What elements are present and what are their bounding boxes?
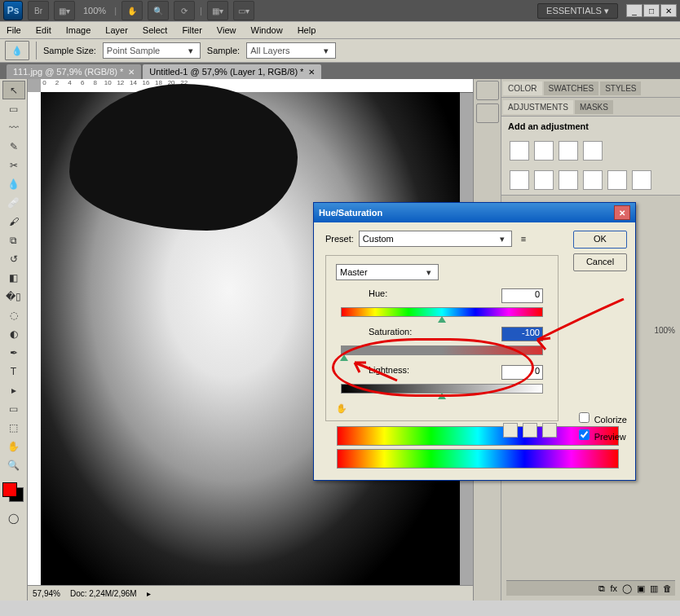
document-tab[interactable]: Untitled-1 @ 57,9% (Layer 1, RGB/8) * ✕: [143, 64, 321, 79]
photo-filter-icon[interactable]: [607, 170, 627, 190]
lasso-tool[interactable]: 〰: [2, 118, 25, 137]
panel-tab-adjustments[interactable]: ADJUSTMENTS: [503, 100, 573, 114]
arrange-documents-button[interactable]: ▦▾: [207, 1, 228, 20]
hand-tool-button[interactable]: ✋: [121, 1, 143, 20]
current-tool-icon[interactable]: 💧: [5, 41, 29, 60]
hand-tool[interactable]: ✋: [2, 437, 25, 455]
panel-tab-masks[interactable]: MASKS: [575, 100, 613, 114]
ok-button[interactable]: OK: [573, 231, 627, 249]
menu-image[interactable]: Image: [66, 25, 91, 35]
menu-window[interactable]: Window: [251, 25, 283, 35]
status-menu-arrow[interactable]: ▸: [147, 589, 151, 598]
panel-tab-styles[interactable]: STYLES: [600, 81, 641, 95]
eraser-tool[interactable]: ◧: [2, 268, 25, 287]
blur-tool[interactable]: ◌: [2, 306, 25, 324]
slider-thumb[interactable]: [438, 393, 446, 399]
exposure-icon[interactable]: [583, 141, 603, 161]
history-brush-tool[interactable]: ↺: [2, 249, 25, 268]
menu-help[interactable]: Help: [298, 25, 316, 35]
collapsed-panel-button[interactable]: [476, 81, 499, 100]
brush-tool[interactable]: 🖌: [2, 212, 25, 231]
slider-thumb[interactable]: [438, 316, 446, 323]
move-tool[interactable]: ↖: [2, 81, 25, 99]
maximize-button[interactable]: □: [643, 4, 660, 17]
close-icon[interactable]: ✕: [128, 68, 135, 77]
preset-menu-icon[interactable]: ≡: [517, 234, 530, 244]
saturation-slider[interactable]: [341, 345, 543, 355]
bridge-button[interactable]: Br: [28, 1, 49, 20]
menu-filter[interactable]: Filter: [182, 25, 201, 35]
hand-tool-icon[interactable]: ✋: [336, 403, 548, 414]
menu-file[interactable]: File: [7, 25, 21, 35]
view-extras-button[interactable]: ▦▾: [54, 1, 75, 20]
link-layers-icon[interactable]: ⧉: [598, 583, 605, 594]
crop-tool[interactable]: ✂: [2, 156, 25, 174]
new-layer-icon[interactable]: ▥: [650, 583, 658, 594]
menu-layer[interactable]: Layer: [105, 25, 128, 35]
dodge-tool[interactable]: ◐: [2, 324, 25, 343]
lightness-slider[interactable]: [341, 384, 543, 394]
status-zoom[interactable]: 57,94%: [33, 589, 60, 598]
eyedropper-tool[interactable]: 💧: [2, 174, 25, 193]
cancel-button[interactable]: Cancel: [573, 253, 627, 271]
menu-edit[interactable]: Edit: [36, 25, 51, 35]
pen-tool[interactable]: ✒: [2, 343, 25, 362]
panel-tab-color[interactable]: COLOR: [503, 81, 542, 95]
hue-slider[interactable]: [341, 307, 543, 317]
rotate-view-button[interactable]: ⟳: [174, 1, 195, 20]
gradient-tool[interactable]: �▯: [2, 287, 25, 306]
close-button[interactable]: ✕: [660, 4, 677, 17]
layer-mask-icon[interactable]: ◯: [622, 583, 632, 594]
preview-checkbox[interactable]: Preview: [576, 427, 627, 442]
color-balance-icon[interactable]: [559, 170, 578, 190]
collapsed-panel-button[interactable]: [476, 103, 499, 123]
marquee-tool[interactable]: ▭: [2, 99, 25, 118]
3d-tool[interactable]: ⬚: [2, 418, 25, 437]
quick-mask-button[interactable]: ◯: [2, 508, 25, 527]
foreground-swatch[interactable]: [2, 482, 17, 497]
screen-mode-button[interactable]: ▭▾: [233, 1, 254, 20]
bw-icon[interactable]: [583, 170, 603, 190]
layer-opacity-value[interactable]: 100%: [654, 326, 675, 335]
workspace-switcher[interactable]: ESSENTIALS ▾: [537, 3, 618, 19]
clone-stamp-tool[interactable]: ⧉: [2, 231, 25, 249]
lightness-input[interactable]: 0: [501, 365, 543, 380]
shape-tool[interactable]: ▭: [2, 399, 25, 418]
slider-thumb[interactable]: [340, 354, 348, 361]
dialog-titlebar[interactable]: Hue/Saturation ✕: [314, 203, 635, 222]
close-icon[interactable]: ✕: [614, 205, 630, 220]
sample-size-dropdown[interactable]: Point Sample ▾: [103, 42, 201, 59]
minimize-button[interactable]: _: [626, 4, 642, 17]
levels-icon[interactable]: [534, 141, 554, 161]
colorize-checkbox[interactable]: Colorize: [576, 410, 627, 425]
eyedropper-add-icon[interactable]: [523, 423, 537, 438]
new-group-icon[interactable]: ▣: [637, 583, 645, 594]
document-tab[interactable]: 111.jpg @ 57,9% (RGB/8) * ✕: [7, 64, 141, 79]
preset-dropdown[interactable]: Custom ▾: [359, 231, 512, 247]
channel-dropdown[interactable]: Master ▾: [336, 264, 439, 280]
saturation-input[interactable]: -100: [501, 327, 543, 341]
delete-layer-icon[interactable]: 🗑: [663, 583, 672, 593]
color-swatches[interactable]: [2, 479, 25, 502]
vibrance-icon[interactable]: [510, 170, 529, 190]
hue-input[interactable]: 0: [501, 288, 543, 303]
zoom-level[interactable]: 100%: [83, 6, 106, 15]
sample-dropdown[interactable]: All Layers ▾: [246, 42, 336, 59]
horizontal-ruler[interactable]: 0 2 4 6 8 10 12 14 16 18 20 22: [41, 79, 473, 93]
curves-icon[interactable]: [559, 141, 578, 161]
path-select-tool[interactable]: ▸: [2, 381, 25, 399]
type-tool[interactable]: T: [2, 362, 25, 381]
eyedropper-subtract-icon[interactable]: [542, 423, 557, 438]
menu-select[interactable]: Select: [143, 25, 168, 35]
menu-view[interactable]: View: [217, 25, 236, 35]
channel-mixer-icon[interactable]: [632, 170, 651, 190]
quick-select-tool[interactable]: ✎: [2, 137, 25, 156]
brightness-icon[interactable]: [510, 141, 529, 161]
close-icon[interactable]: ✕: [308, 68, 315, 77]
panel-tab-swatches[interactable]: SWATCHES: [544, 81, 599, 95]
layer-fx-icon[interactable]: fx: [610, 583, 617, 593]
eyedropper-icon[interactable]: [503, 423, 518, 438]
hue-sat-icon[interactable]: [534, 170, 554, 190]
zoom-tool[interactable]: 🔍: [2, 455, 25, 474]
healing-brush-tool[interactable]: 🩹: [2, 193, 25, 212]
